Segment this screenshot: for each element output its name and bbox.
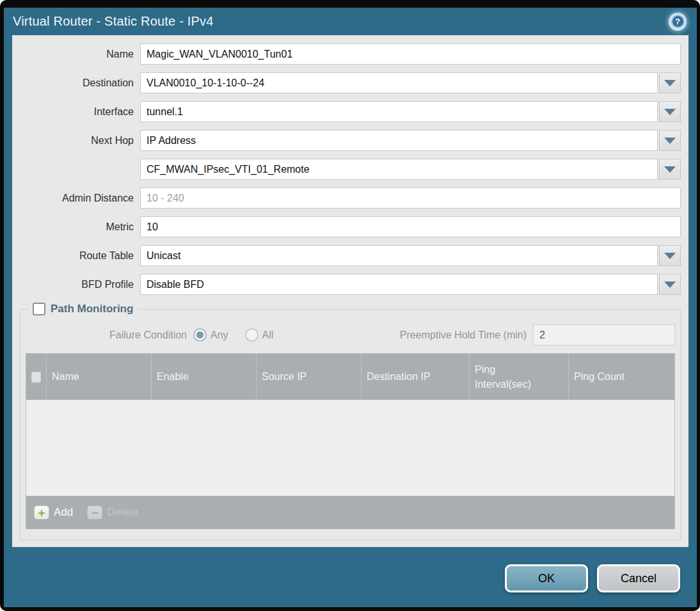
chevron-down-icon [664,138,676,144]
question-mark-icon: ? [671,15,685,28]
table-toolbar: + Add − Delete [26,496,674,529]
chevron-down-icon [664,80,676,86]
column-header-name: Name [47,354,152,400]
interface-label: Interface [20,106,140,118]
failure-condition-all-option: All [245,328,274,342]
dialog-footer: OK Cancel [4,547,697,607]
destination-row: Destination [20,72,681,93]
chevron-down-icon [664,109,676,115]
next-hop-address-row [20,159,681,180]
next-hop-address-input[interactable] [140,159,658,180]
help-icon[interactable]: ? [669,13,687,31]
next-hop-type-input[interactable] [140,130,658,151]
admin-distance-input[interactable] [140,187,681,209]
bfd-profile-row: BFD Profile [20,274,681,295]
interface-dropdown-button[interactable] [659,101,681,122]
interface-row: Interface [20,101,681,122]
column-header-ping-count: Ping Count [569,354,674,400]
next-hop-address-dropdown-button[interactable] [659,159,681,180]
failure-condition-label: Failure Condition [26,329,193,341]
admin-distance-label: Admin Distance [20,193,140,204]
name-label: Name [20,49,140,60]
delete-button[interactable]: − Delete [87,505,138,520]
select-all-checkbox[interactable] [31,372,41,383]
failure-condition-row: Failure Condition Any All Preemptive Hol… [26,324,675,345]
path-monitoring-legend: Path Monitoring [28,303,138,315]
radio-any[interactable] [193,328,207,342]
name-input[interactable] [140,44,681,65]
table-body-empty [26,400,674,496]
radio-any-label: Any [211,329,228,341]
bfd-profile-label: BFD Profile [20,279,140,290]
route-table-row: Route Table [20,245,681,266]
interface-input[interactable] [140,101,658,122]
next-hop-label: Next Hop [20,135,140,147]
path-monitoring-title: Path Monitoring [51,303,133,315]
static-route-dialog: Virtual Router - Static Route - IPv4 ? N… [4,8,697,607]
path-monitoring-checkbox[interactable] [33,303,45,315]
column-header-enable: Enable [152,354,257,400]
title-bar: Virtual Router - Static Route - IPv4 ? [4,8,697,35]
delete-button-label: Delete [107,506,138,519]
add-button[interactable]: + Add [34,505,73,520]
destination-label: Destination [20,77,140,89]
next-hop-row: Next Hop [20,130,681,151]
preemptive-hold-time-input[interactable] [533,324,675,345]
admin-distance-row: Admin Distance [20,187,681,209]
chevron-down-icon [664,253,676,259]
plus-icon: + [34,505,49,520]
radio-all-label: All [262,329,274,341]
route-table-input[interactable] [140,245,658,266]
minus-icon: − [87,505,102,520]
destination-input[interactable] [140,72,658,93]
path-monitoring-section: Path Monitoring Failure Condition Any Al… [20,303,681,541]
dialog-body: Name Destination Interface [12,35,688,547]
column-header-destination-ip: Destination IP [362,354,470,400]
bfd-profile-input[interactable] [140,274,658,295]
column-header-ping-interval: Ping Interval(sec) [470,354,569,400]
metric-row: Metric [20,216,681,237]
dialog-title: Virtual Router - Static Route - IPv4 [13,14,214,29]
cancel-button[interactable]: Cancel [597,564,680,592]
column-header-source-ip: Source IP [257,354,362,400]
chevron-down-icon [664,282,676,288]
radio-all[interactable] [245,328,259,342]
route-table-dropdown-button[interactable] [659,245,681,266]
ok-button[interactable]: OK [505,564,588,592]
metric-input[interactable] [140,216,681,237]
next-hop-dropdown-button[interactable] [659,130,681,151]
failure-condition-any-option: Any [193,328,228,342]
add-button-label: Add [54,506,73,519]
path-monitoring-table: Name Enable Source IP Destination IP Pin [26,353,675,529]
preemptive-hold-time-label: Preemptive Hold Time (min) [400,329,533,341]
metric-label: Metric [20,221,140,233]
chevron-down-icon [664,166,676,173]
destination-dropdown-button[interactable] [659,72,681,93]
window-frame: Virtual Router - Static Route - IPv4 ? N… [0,0,700,611]
name-row: Name [20,44,681,65]
table-header-row: Name Enable Source IP Destination IP Pin [26,354,674,400]
bfd-profile-dropdown-button[interactable] [659,274,681,295]
route-table-label: Route Table [20,250,140,262]
select-all-column-header [26,354,47,400]
